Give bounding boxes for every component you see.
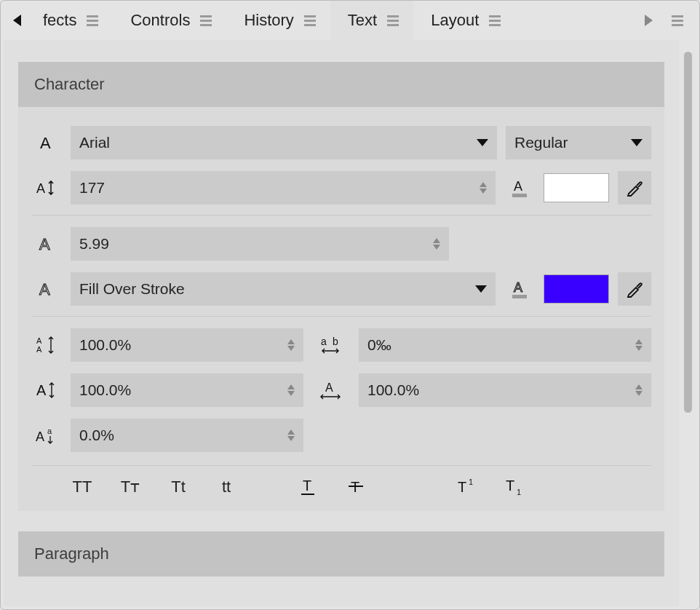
lowercase-button[interactable]: tt <box>212 478 241 496</box>
svg-text:A: A <box>39 235 50 253</box>
subscript-icon: T 1 <box>504 478 525 496</box>
tab-label: Layout <box>431 11 479 30</box>
spinbox-arrows[interactable] <box>635 384 643 396</box>
svg-text:b: b <box>333 336 338 347</box>
paragraph-panel: Paragraph <box>18 531 664 577</box>
chevron-down-icon <box>475 285 487 293</box>
vertical-scale-icon: A <box>31 381 62 400</box>
svg-text:A: A <box>36 345 42 354</box>
chevron-down-icon <box>477 139 488 146</box>
spinbox-arrows[interactable] <box>480 182 487 194</box>
stroke-mode-icon: A <box>31 280 62 298</box>
character-panel-header: Character <box>18 62 664 107</box>
svg-text:A: A <box>325 381 333 394</box>
underline-button[interactable]: T <box>299 478 328 496</box>
subscript-button[interactable]: T 1 <box>504 478 533 496</box>
svg-rect-3 <box>512 194 527 197</box>
panel-menu-button[interactable] <box>672 15 683 26</box>
tracking-value: 0‰ <box>367 336 391 354</box>
baseline-shift-icon: A a <box>31 425 62 445</box>
font-size-input[interactable]: 177 <box>71 171 496 205</box>
tab-layout[interactable]: Layout <box>413 1 515 40</box>
chevron-left-icon <box>13 15 21 26</box>
hamburger-icon[interactable] <box>87 15 98 26</box>
stroke-width-input[interactable]: 5.99 <box>71 227 449 261</box>
line-height-icon: A A <box>31 335 62 355</box>
fill-color-icon: A <box>504 178 535 198</box>
tab-history[interactable]: History <box>226 1 330 40</box>
svg-text:A: A <box>36 336 42 345</box>
spinbox-arrows[interactable] <box>635 339 643 351</box>
tab-text[interactable]: Text <box>330 1 413 40</box>
svg-rect-7 <box>512 295 527 298</box>
hamburger-icon[interactable] <box>200 15 212 26</box>
baseline-shift-value: 0.0% <box>79 427 114 444</box>
tab-label: Text <box>348 11 377 30</box>
smallcaps-button[interactable]: Tᴛ <box>116 478 145 496</box>
vertical-scale-input[interactable]: 100.0% <box>71 373 303 407</box>
spinbox-arrows[interactable] <box>287 384 295 396</box>
font-family-icon: A <box>31 134 62 151</box>
svg-text:A: A <box>39 280 50 298</box>
stroke-mode-select[interactable]: Fill Over Stroke <box>71 272 496 306</box>
tab-label: fects <box>43 11 76 30</box>
hamburger-icon[interactable] <box>387 15 399 26</box>
line-height-input[interactable]: 100.0% <box>71 328 303 362</box>
horizontal-scale-input[interactable]: 100.0% <box>359 373 651 407</box>
svg-text:T: T <box>458 479 466 495</box>
superscript-icon: T 1 <box>456 478 477 496</box>
svg-text:A: A <box>514 179 522 194</box>
font-size-icon: A <box>31 179 62 197</box>
svg-text:A: A <box>514 280 522 295</box>
svg-text:a: a <box>47 427 52 435</box>
chevron-right-icon <box>645 15 653 26</box>
chevron-down-icon <box>631 139 643 146</box>
stroke-width-icon: A <box>31 235 62 253</box>
svg-text:1: 1 <box>469 478 473 486</box>
font-family-select[interactable]: Arial <box>71 126 497 159</box>
svg-text:a: a <box>321 336 327 347</box>
strikethrough-icon: T <box>347 478 365 496</box>
svg-text:A: A <box>36 429 44 444</box>
tab-controls[interactable]: Controls <box>113 1 226 40</box>
fill-color-swatch[interactable] <box>544 173 609 202</box>
svg-text:A: A <box>36 382 47 398</box>
svg-text:1: 1 <box>517 488 521 496</box>
titlecase-button[interactable]: Tt <box>164 478 193 496</box>
eyedropper-icon <box>625 178 644 197</box>
stroke-color-swatch[interactable] <box>544 274 609 304</box>
tracking-input[interactable]: 0‰ <box>359 328 651 362</box>
svg-text:T: T <box>303 478 311 494</box>
font-style-value: Regular <box>514 134 568 151</box>
character-panel: Character A Arial Regular <box>18 62 664 511</box>
horizontal-scale-value: 100.0% <box>367 381 419 399</box>
paragraph-panel-header: Paragraph <box>18 531 664 577</box>
spinbox-arrows[interactable] <box>433 238 440 250</box>
stroke-mode-value: Fill Over Stroke <box>79 280 185 298</box>
spinbox-arrows[interactable] <box>287 429 295 441</box>
hamburger-icon[interactable] <box>489 15 501 26</box>
superscript-button[interactable]: T 1 <box>456 478 485 496</box>
strikethrough-button[interactable]: T <box>347 478 376 496</box>
tracking-icon: a b <box>312 335 350 355</box>
font-size-value: 177 <box>79 179 105 197</box>
tab-scroll-right[interactable] <box>640 12 657 29</box>
underline-icon: T <box>299 478 317 496</box>
horizontal-scale-icon: A <box>312 380 350 400</box>
font-family-value: Arial <box>79 134 110 151</box>
stroke-color-icon: A <box>504 279 535 299</box>
uppercase-button[interactable]: TT <box>68 478 97 496</box>
hamburger-icon[interactable] <box>304 15 316 26</box>
tab-label: Controls <box>130 11 190 30</box>
baseline-shift-input[interactable]: 0.0% <box>71 419 303 452</box>
tab-effects[interactable]: fects <box>25 1 113 40</box>
fill-color-picker-button[interactable] <box>618 171 651 205</box>
svg-text:A: A <box>40 134 51 151</box>
spinbox-arrows[interactable] <box>287 339 295 351</box>
stroke-color-picker-button[interactable] <box>618 272 651 306</box>
line-height-value: 100.0% <box>79 336 131 354</box>
scrollbar-thumb[interactable] <box>684 52 692 413</box>
tab-scroll-left[interactable] <box>8 12 25 29</box>
vertical-scale-value: 100.0% <box>79 381 131 399</box>
font-style-select[interactable]: Regular <box>506 126 651 159</box>
